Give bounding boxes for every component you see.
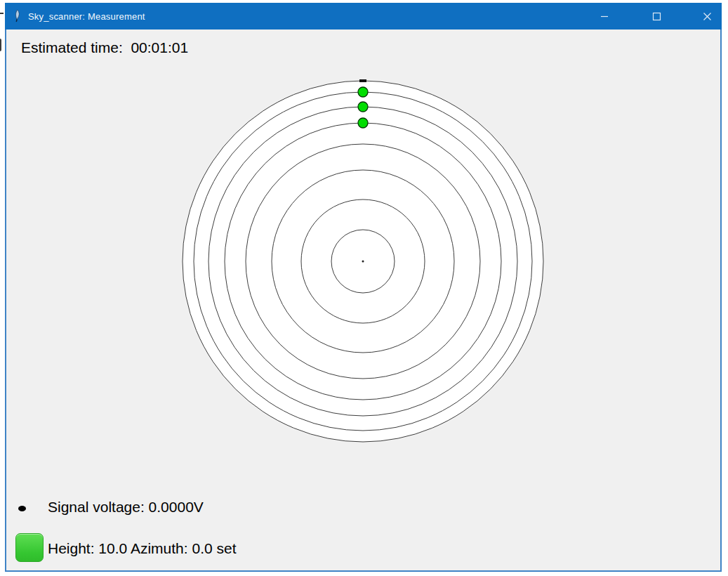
signal-voltage-label: Signal voltage: 0.0000V [48, 499, 204, 516]
maximize-icon [652, 12, 661, 21]
signal-voltage-bullet [18, 506, 26, 511]
window-title: Sky_scanner: Measurement [28, 11, 145, 22]
measurement-canvas: Estimated time: 00:01:01 Signal voltage:… [6, 30, 720, 570]
tk-feather-icon [11, 9, 22, 23]
measurement-point [358, 102, 368, 112]
minimize-button[interactable] [588, 3, 621, 30]
app-window: Sky_scanner: Measurement Estimated time:… [5, 3, 722, 572]
background-artifact [0, 13, 4, 14]
measurement-point [358, 118, 368, 128]
close-icon [703, 12, 712, 21]
maximize-button[interactable] [640, 3, 673, 30]
position-set-indicator [15, 533, 44, 562]
minimize-icon [600, 12, 609, 20]
measurement-point [358, 87, 368, 97]
sky-plot [6, 30, 720, 570]
close-button[interactable] [691, 3, 723, 30]
height-azimuth-label: Height: 10.0 Azimuth: 0.0 set [48, 540, 237, 557]
background-artifact [0, 39, 1, 51]
title-bar[interactable]: Sky_scanner: Measurement [5, 3, 722, 30]
zenith-dot [362, 261, 364, 263]
azimuth-zero-marker [359, 79, 366, 82]
